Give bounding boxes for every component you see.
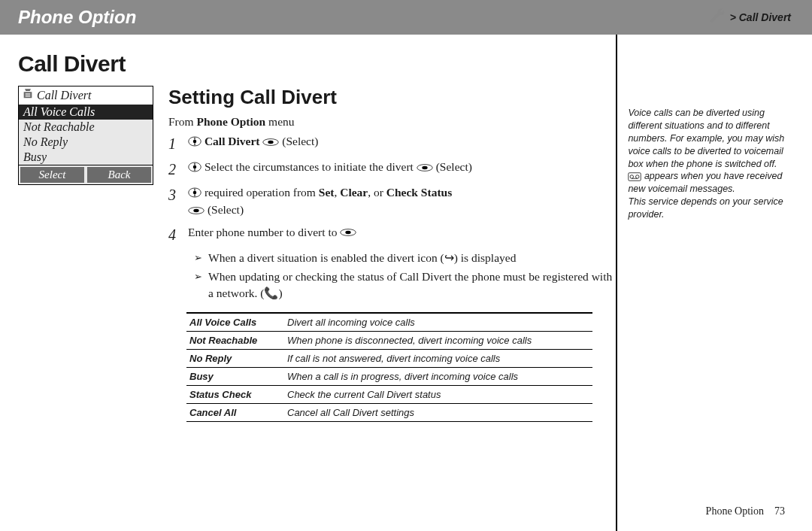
nav-key-icon <box>188 186 201 202</box>
section-subtitle: Setting Call Divert <box>168 86 616 109</box>
steps-list: 1 Call Divert (Select) 2 Select the cir <box>168 133 616 245</box>
svg-point-18 <box>636 175 640 179</box>
svg-point-9 <box>422 165 427 168</box>
note-item: ➢When a divert situation is enabled the … <box>194 250 616 266</box>
action-key-icon <box>188 203 205 220</box>
svg-point-15 <box>346 231 351 234</box>
step-item: 4 Enter phone number to divert to <box>168 224 616 245</box>
voicemail-icon <box>628 171 641 181</box>
action-key-icon <box>262 135 279 151</box>
bullet-icon: ➢ <box>194 269 202 301</box>
action-key-icon <box>417 160 433 177</box>
svg-point-7 <box>193 165 197 168</box>
phone-row: No Reply <box>19 135 153 150</box>
table-row: All Voice CallsDivert all incoming voice… <box>186 313 592 332</box>
page-number: 73 <box>774 505 785 517</box>
from-line: From Phone Option menu <box>168 115 616 129</box>
action-key-icon <box>340 225 356 241</box>
svg-point-13 <box>193 209 198 212</box>
table-row: No ReplyIf call is not answered, divert … <box>186 349 592 367</box>
phone-title: Call Divert <box>37 89 91 102</box>
nav-key-icon <box>188 160 201 177</box>
softkey-left: Select <box>19 165 86 184</box>
phone-row: Not Reachable <box>19 120 153 135</box>
nav-key-icon <box>188 135 201 151</box>
svg-point-3 <box>193 139 197 143</box>
svg-point-5 <box>268 140 274 143</box>
page-footer: Phone Option 73 <box>706 505 785 517</box>
note-item: ➢When updating or checking the status of… <box>194 269 616 301</box>
bullet-icon: ➢ <box>194 250 202 266</box>
phone-screenshot: Call Divert All Voice Calls Not Reachabl… <box>18 86 152 422</box>
table-row: Cancel AllCancel all Call Divert setting… <box>186 403 592 421</box>
header-bar: Phone Option > Call Divert <box>0 0 812 35</box>
phone-row-selected: All Voice Calls <box>19 105 153 120</box>
softkey-right: Back <box>86 165 153 184</box>
svg-rect-1 <box>26 96 31 96</box>
page-title: Call Divert <box>18 51 616 77</box>
vertical-divider <box>616 35 617 531</box>
table-row: BusyWhen a call is in progress, divert i… <box>186 367 592 385</box>
table-row: Status CheckCheck the current Call Diver… <box>186 385 592 403</box>
side-note: Voice calls can be diverted using differ… <box>628 47 812 531</box>
svg-point-17 <box>630 175 634 179</box>
phone-row: Busy <box>19 150 153 165</box>
svg-point-11 <box>193 190 197 194</box>
footer-label: Phone Option <box>706 505 764 517</box>
breadcrumb-text: > Call Divert <box>730 11 791 23</box>
definitions-table: All Voice CallsDivert all incoming voice… <box>186 312 592 422</box>
step-item: 3 required operation from Set, Clear, or… <box>168 184 616 220</box>
step-item: 2 Select the circumstances to initiate t… <box>168 159 616 180</box>
table-row: Not ReachableWhen phone is disconnected,… <box>186 331 592 349</box>
wrench-icon <box>709 8 726 27</box>
notes-list: ➢When a divert situation is enabled the … <box>168 250 616 302</box>
phone-title-icon <box>22 88 34 103</box>
section-title: Phone Option <box>18 7 136 28</box>
step-item: 1 Call Divert (Select) <box>168 133 616 154</box>
svg-rect-0 <box>26 93 31 94</box>
breadcrumb-area: > Call Divert <box>709 0 791 35</box>
